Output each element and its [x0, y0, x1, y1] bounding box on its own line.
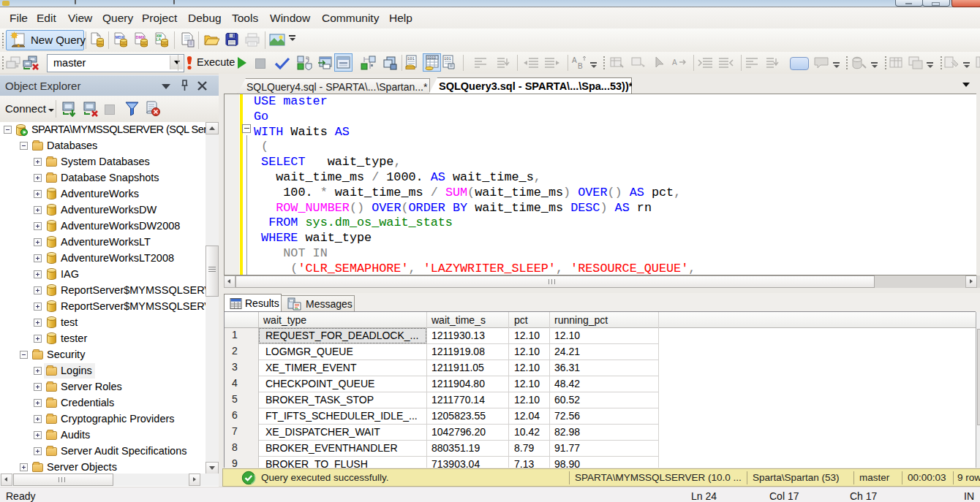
svg-text:B: B: [578, 62, 583, 70]
svg-text:DMX: DMX: [136, 35, 146, 39]
svg-text:MDX: MDX: [116, 35, 125, 39]
svg-text:A: A: [672, 58, 677, 66]
svg-text:LA: LA: [157, 37, 162, 42]
svg-text:101: 101: [407, 56, 415, 61]
svg-text:A: A: [572, 56, 577, 64]
svg-text:101: 101: [444, 56, 452, 61]
